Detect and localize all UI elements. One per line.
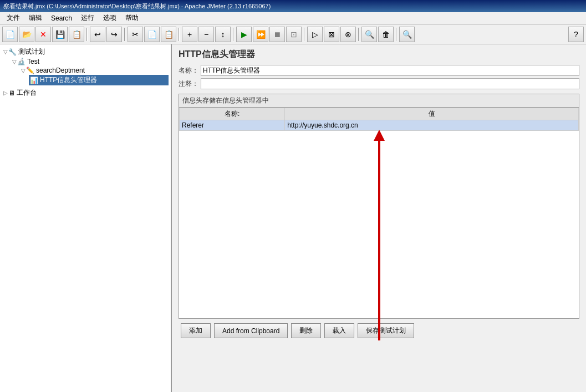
http-header-label: HTTP信息头管理器 xyxy=(40,75,97,85)
save-as-button[interactable]: 📋 xyxy=(69,27,84,42)
copy-button[interactable]: 📄 xyxy=(144,27,160,42)
expand-icon-search-dept: ▽ xyxy=(21,68,26,74)
menu-help[interactable]: 帮助 xyxy=(121,12,143,24)
menu-edit[interactable]: 编辑 xyxy=(24,12,47,24)
expand-icon-workbench: ▷ xyxy=(3,90,8,96)
save-test-plan-button[interactable]: 保存测试计划 xyxy=(358,323,414,338)
comment-input[interactable] xyxy=(201,78,579,89)
tree-item-test-plan[interactable]: ▽ 🔧 测试计划 xyxy=(2,47,169,57)
red-arrow-annotation xyxy=(374,130,385,340)
clear-all-button[interactable]: 🗑 xyxy=(378,27,394,42)
table-row[interactable]: Referer http://yuyue.shdc.org.cn xyxy=(180,120,579,131)
headers-table: 名称: 值 Referer http://yuyue.shdc.org.cn xyxy=(179,108,579,131)
stop-button[interactable]: ⏹ xyxy=(269,27,285,42)
help-button[interactable]: ? xyxy=(568,27,584,42)
open-button[interactable]: 📂 xyxy=(19,27,34,42)
search-button[interactable]: 🔍 xyxy=(399,27,415,42)
shutdown-button[interactable]: ⊡ xyxy=(286,27,302,42)
separator-7 xyxy=(396,28,397,41)
tree-panel: ▽ 🔧 测试计划 ▽ 🔬 Test ▽ ✏️ searchDeptment 📊 … xyxy=(0,44,172,392)
expand-icon-test-plan: ▽ xyxy=(3,49,8,55)
menu-search[interactable]: Search xyxy=(47,13,77,23)
menu-run[interactable]: 运行 xyxy=(77,12,99,24)
name-input[interactable] xyxy=(201,65,579,76)
paste-button[interactable]: 📋 xyxy=(161,27,176,42)
comment-row: 注释： xyxy=(179,78,579,89)
test-plan-icon: 🔧 xyxy=(8,48,17,56)
content-panel: HTTP信息头管理器 名称： 注释： 信息头存储在信息头管理器中 名称: 值 xyxy=(172,44,586,392)
close-button[interactable]: ✕ xyxy=(35,27,51,42)
separator-5 xyxy=(304,28,305,41)
cut-button[interactable]: ✂ xyxy=(128,27,143,42)
remote-stop-all-button[interactable]: ⊗ xyxy=(340,27,356,42)
menu-file[interactable]: 文件 xyxy=(2,12,24,24)
panel-title: HTTP信息头管理器 xyxy=(179,49,579,60)
expand-button[interactable]: + xyxy=(182,27,197,42)
expand-icon-test: ▽ xyxy=(12,59,17,65)
remote-start-button[interactable]: ▷ xyxy=(307,27,323,42)
name-row: 名称： xyxy=(179,65,579,76)
table-area: 名称: 值 Referer http://yuyue.shdc.org.cn xyxy=(179,108,579,318)
http-header-icon: 📊 xyxy=(30,77,38,84)
toolbar: 📄 📂 ✕ 💾 📋 ↩ ↪ ✂ 📄 📋 + − ↕ ▶ ⏩ ⏹ ⊡ ▷ ⊠ ⊗ … xyxy=(0,24,586,44)
test-icon: 🔬 xyxy=(17,58,26,65)
title-bar: 察看结果树.jmx (C:\Users\Administrator\Deskto… xyxy=(0,0,586,12)
delete-button[interactable]: 删除 xyxy=(291,323,321,338)
start-no-pauses-button[interactable]: ⏩ xyxy=(253,27,268,42)
test-label: Test xyxy=(27,58,39,65)
tree-item-http-header[interactable]: 📊 HTTP信息头管理器 xyxy=(29,75,169,85)
name-label: 名称： xyxy=(179,66,201,75)
separator-6 xyxy=(358,28,359,41)
save-button[interactable]: 💾 xyxy=(52,27,68,42)
arrow-body xyxy=(378,141,380,340)
col-header-name: 名称: xyxy=(180,108,285,120)
add-from-clipboard-button[interactable]: Add from Clipboard xyxy=(214,323,288,338)
add-button[interactable]: 添加 xyxy=(181,323,211,338)
start-button[interactable]: ▶ xyxy=(236,27,252,42)
tree-item-search-dept[interactable]: ▽ ✏️ searchDeptment xyxy=(20,66,169,75)
tree-item-workbench[interactable]: ▷ 🖥 工作台 xyxy=(2,88,169,98)
collapse-button[interactable]: − xyxy=(198,27,214,42)
row-name-cell: Referer xyxy=(180,120,285,131)
search-dept-label: searchDeptment xyxy=(36,67,85,74)
menu-options[interactable]: 选项 xyxy=(99,12,121,24)
separator-3 xyxy=(179,28,180,41)
separator-4 xyxy=(233,28,234,41)
bottom-buttons: 添加 Add from Clipboard 删除 载入 保存测试计划 xyxy=(179,319,579,340)
toggle-button[interactable]: ↕ xyxy=(215,27,231,42)
separator-2 xyxy=(124,28,125,41)
remote-stop-button[interactable]: ⊠ xyxy=(324,27,339,42)
workbench-icon: 🖥 xyxy=(8,89,15,97)
arrow-head xyxy=(374,130,385,141)
title-text: 察看结果树.jmx (C:\Users\Administrator\Deskto… xyxy=(3,2,271,11)
row-value-cell: http://yuyue.shdc.org.cn xyxy=(285,120,579,131)
headers-section: 信息头存储在信息头管理器中 名称: 值 Referer http://yuyue… xyxy=(179,94,579,319)
separator-1 xyxy=(86,28,88,41)
new-button[interactable]: 📄 xyxy=(2,27,18,42)
menu-bar: 文件 编辑 Search 运行 选项 帮助 xyxy=(0,12,586,24)
comment-label: 注释： xyxy=(179,79,201,89)
main-layout: ▽ 🔧 测试计划 ▽ 🔬 Test ▽ ✏️ searchDeptment 📊 … xyxy=(0,44,586,392)
redo-button[interactable]: ↪ xyxy=(106,27,122,42)
tree-item-test[interactable]: ▽ 🔬 Test xyxy=(11,57,169,66)
workbench-label: 工作台 xyxy=(17,88,37,98)
col-header-value: 值 xyxy=(285,108,579,120)
clear-button[interactable]: 🔍 xyxy=(361,27,377,42)
section-title: 信息头存储在信息头管理器中 xyxy=(179,94,579,108)
load-button[interactable]: 载入 xyxy=(324,323,354,338)
search-dept-icon: ✏️ xyxy=(26,67,34,74)
test-plan-label: 测试计划 xyxy=(18,47,45,57)
undo-button[interactable]: ↩ xyxy=(90,27,105,42)
